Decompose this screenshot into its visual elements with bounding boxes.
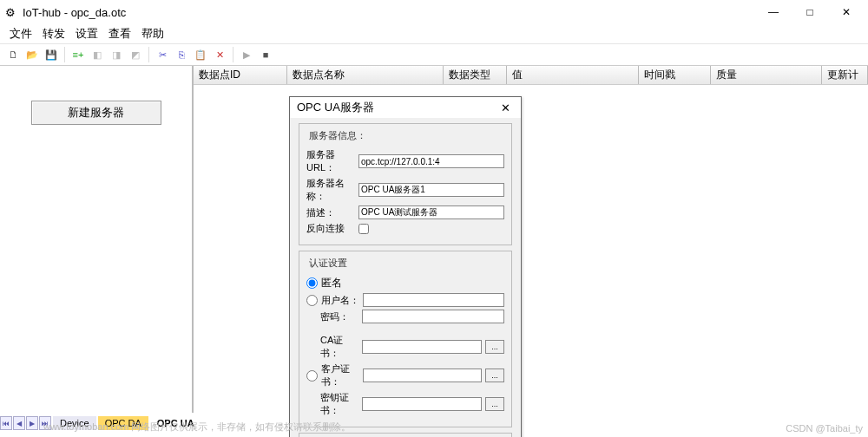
separator (233, 47, 233, 62)
col-id[interactable]: 数据点ID (194, 66, 287, 84)
grid-header: 数据点ID 数据点名称 数据类型 值 时间戳 质量 更新计 (194, 66, 868, 85)
user-input[interactable] (363, 293, 504, 307)
cut-icon[interactable]: ✂ (153, 46, 172, 63)
server-info-legend: 服务器信息： (306, 129, 369, 142)
server-info-group: 服务器信息： 服务器URL： 服务器名称： 描述： 反向连接 (299, 123, 512, 245)
name-input[interactable] (358, 183, 504, 197)
client-cert-input[interactable] (363, 369, 482, 382)
ca-input[interactable] (362, 340, 482, 354)
save-icon[interactable]: 💾 (42, 46, 61, 63)
key-browse-button[interactable]: ... (485, 397, 504, 411)
url-input[interactable] (358, 154, 504, 168)
menu-settings[interactable]: 设置 (71, 25, 102, 42)
nav-next-icon[interactable]: ▶ (26, 416, 38, 430)
toolbar: 🗋 📂 💾 ≡+ ◧ ◨ ◩ ✂ ⎘ 📋 ✕ ▶ ■ (0, 43, 868, 66)
desc-label: 描述： (306, 206, 358, 219)
key-label: 密钥证书： (320, 391, 362, 417)
tool-icon-1[interactable]: ◧ (88, 46, 107, 63)
nav-prev-icon[interactable]: ◀ (13, 416, 25, 430)
col-quality[interactable]: 质量 (711, 66, 822, 84)
col-value[interactable]: 值 (507, 66, 639, 84)
separator (148, 47, 149, 62)
auth-legend: 认证设置 (306, 257, 350, 270)
menu-help[interactable]: 帮助 (137, 25, 168, 42)
app-icon: ⚙ (3, 5, 17, 19)
reverse-label: 反向连接 (306, 222, 358, 235)
window-controls: — □ ✕ (755, 0, 865, 24)
dialog-title-bar[interactable]: OPC UA服务器 ✕ (290, 97, 521, 118)
titlebar: ⚙ IoT-hub - opc_da.otc — □ ✕ (0, 0, 868, 24)
dialog-close-icon[interactable]: ✕ (497, 101, 514, 114)
url-label: 服务器URL： (306, 148, 358, 174)
tool-icon-2[interactable]: ◨ (107, 46, 126, 63)
opc-ua-server-dialog: OPC UA服务器 ✕ 服务器信息： 服务器URL： 服务器名称： 描述： 反向… (289, 96, 522, 437)
col-type[interactable]: 数据类型 (444, 66, 507, 84)
client-cert-label: 客户证书： (321, 362, 363, 388)
cert-radio[interactable] (306, 370, 318, 382)
anon-radio[interactable] (306, 277, 318, 289)
pass-input[interactable] (362, 310, 504, 323)
paste-icon[interactable]: 📋 (191, 46, 210, 63)
tool-icon-3[interactable]: ◩ (126, 46, 145, 63)
auth-group: 认证设置 匿名 用户名： 密码： CA证书：... 客户证书：... 密钥证书：… (299, 251, 512, 427)
watermark: www.toymoban.com 网络图片仅供展示，非存储，如有侵权请联系删除。 (43, 421, 351, 434)
sidebar-body: 新建服务器 (0, 66, 192, 413)
new-icon[interactable]: 🗋 (3, 46, 23, 63)
sidebar: 新建服务器 (0, 66, 194, 413)
ca-browse-button[interactable]: ... (485, 340, 504, 354)
window-title: IoT-hub - opc_da.otc (23, 6, 755, 19)
copy-icon[interactable]: ⎘ (172, 46, 191, 63)
user-radio[interactable] (306, 295, 318, 306)
dialog-title: OPC UA服务器 (297, 100, 497, 115)
new-server-button[interactable]: 新建服务器 (31, 101, 161, 125)
key-input[interactable] (362, 397, 482, 411)
credit: CSDN @Taibai_ty (786, 423, 863, 434)
ca-label: CA证书： (320, 334, 362, 360)
col-name[interactable]: 数据点名称 (287, 66, 444, 84)
menu-file[interactable]: 文件 (5, 25, 36, 42)
open-icon[interactable]: 📂 (23, 46, 42, 63)
menubar: 文件 转发 设置 查看 帮助 (0, 24, 868, 43)
separator (64, 47, 65, 62)
col-time[interactable]: 时间戳 (639, 66, 711, 84)
client-cert-browse-button[interactable]: ... (485, 369, 504, 382)
maximize-button[interactable]: □ (792, 0, 828, 24)
reverse-checkbox[interactable] (358, 224, 369, 234)
desc-input[interactable] (358, 205, 504, 219)
dialog-body: 服务器信息： 服务器URL： 服务器名称： 描述： 反向连接 认证设置 匿名 用… (290, 118, 521, 437)
user-label: 用户名： (321, 294, 363, 307)
minimize-button[interactable]: — (755, 0, 792, 24)
delete-icon[interactable]: ✕ (210, 46, 229, 63)
nav-first-icon[interactable]: ⏮ (0, 416, 12, 430)
name-label: 服务器名称： (306, 177, 358, 203)
anon-label: 匿名 (321, 276, 342, 290)
close-button[interactable]: ✕ (828, 0, 865, 24)
col-update[interactable]: 更新计 (822, 66, 868, 84)
menu-view[interactable]: 查看 (104, 25, 135, 42)
stop-icon[interactable]: ■ (256, 46, 275, 63)
add-server-icon[interactable]: ≡+ (69, 46, 88, 63)
play-icon[interactable]: ▶ (237, 46, 256, 63)
pass-label: 密码： (320, 310, 362, 323)
menu-forward[interactable]: 转发 (38, 25, 69, 42)
